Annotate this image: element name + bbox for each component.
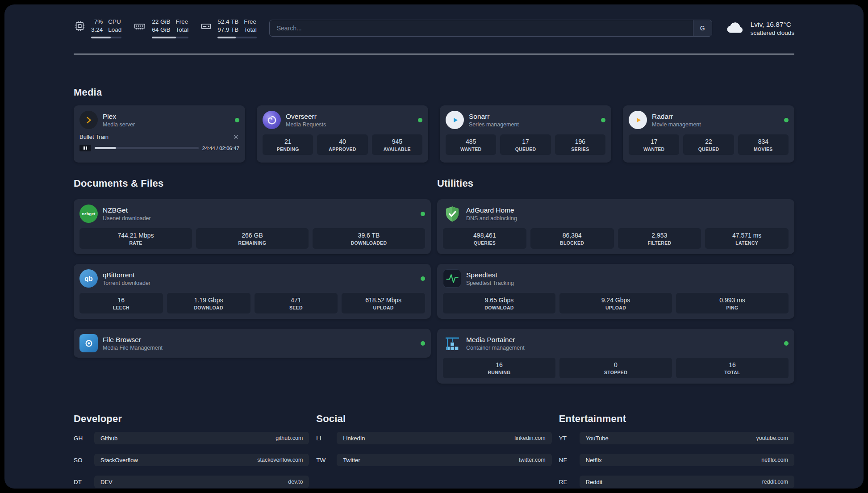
stat-value: 1.19 Gbps: [169, 297, 249, 304]
app-title: Speedtest: [466, 271, 514, 279]
stat-tile: 16 LEECH: [79, 293, 163, 313]
playback-progress-bar[interactable]: [95, 147, 199, 149]
stat-value: 945: [374, 138, 421, 145]
app-title: Radarr: [652, 113, 701, 121]
status-dot: [235, 118, 239, 122]
cpu-stat: 7% 3.24 CPU Load: [74, 18, 121, 38]
search-engine-button[interactable]: G: [693, 20, 712, 36]
bookmark-reddit[interactable]: RE Reddit reddit.com: [559, 476, 794, 488]
app-title: qBittorrent: [103, 271, 150, 279]
adguard-icon: [443, 205, 461, 223]
gear-icon[interactable]: [233, 134, 239, 140]
app-description: Torrent downloader: [103, 280, 150, 286]
section-title-utilities: Utilities: [437, 178, 794, 189]
stat-tile: 47.571 ms LATENCY: [705, 228, 789, 249]
bookmark-linkedin[interactable]: LI LinkedIn linkedin.com: [316, 432, 551, 444]
stat-tile: 21 PENDING: [263, 134, 313, 155]
stat-label: QUEUED: [685, 146, 732, 152]
dashboard: 7% 3.24 CPU Load: [4, 4, 864, 489]
bookmark-abbr: DT: [74, 479, 94, 485]
app-card-speedtest[interactable]: Speedtest Speedtest Tracking 9.65 Gbps D…: [437, 264, 794, 319]
stat-tile: 196 SERIES: [555, 134, 605, 155]
stat-label: DOWNLOAD: [169, 305, 249, 310]
app-card-plex[interactable]: Plex Media server Bullet Train: [74, 105, 245, 163]
bookmark-dev[interactable]: DT DEV dev.to: [74, 476, 309, 488]
bookmark-youtube[interactable]: YT YouTube youtube.com: [559, 432, 794, 444]
status-dot: [421, 341, 425, 346]
stat-tile: 9.24 Gbps UPLOAD: [559, 293, 672, 313]
app-card-radarr[interactable]: Radarr Movie management 17 WANTED 22 QUE…: [623, 105, 794, 163]
app-card-adguard[interactable]: AdGuard Home DNS and adblocking 498,461 …: [437, 199, 794, 254]
now-playing-title: Bullet Train: [79, 134, 108, 140]
app-description: Movie management: [652, 121, 701, 128]
app-title: Sonarr: [469, 113, 519, 121]
weather-condition: scattered clouds: [751, 29, 794, 36]
portainer-icon: [443, 334, 461, 352]
qbittorrent-icon: qb: [79, 269, 98, 288]
app-card-filebrowser[interactable]: File Browser Media File Management: [74, 329, 431, 358]
playback-progress-fill: [95, 147, 116, 149]
stat-label: BLOCKED: [532, 240, 612, 246]
stat-tile: 1.19 Gbps DOWNLOAD: [167, 293, 250, 313]
storage-free-value: 52.4 TB: [217, 18, 238, 26]
pause-icon[interactable]: [79, 145, 91, 151]
plex-icon: [79, 111, 98, 129]
bookmark-twitter[interactable]: TW Twitter twitter.com: [316, 454, 551, 466]
bookmark-stackoverflow[interactable]: SO StackOverflow stackoverflow.com: [74, 454, 309, 466]
app-card-nzbget[interactable]: nzbget NZBGet Usenet downloader 744.21 M…: [74, 199, 431, 254]
stat-label: QUERIES: [445, 240, 525, 246]
search-input[interactable]: [270, 20, 693, 36]
section-title-developer: Developer: [74, 413, 309, 425]
stat-value: 485: [447, 138, 494, 145]
stat-tile: 0 STOPPED: [559, 358, 672, 378]
cloud-icon: [725, 19, 745, 38]
stat-tile: 16 RUNNING: [443, 358, 555, 378]
bookmark-domain: stackoverflow.com: [257, 457, 303, 463]
stat-tile: 9.65 Gbps DOWNLOAD: [443, 293, 555, 313]
bookmark-domain: github.com: [275, 435, 303, 441]
stat-value: 498,461: [445, 232, 525, 239]
stat-value: 834: [740, 138, 787, 145]
cpu-icon: [74, 20, 86, 32]
app-title: Media Portainer: [466, 336, 525, 344]
stat-value: 744.21 Mbps: [81, 232, 190, 239]
bookmark-abbr: GH: [74, 435, 94, 442]
stat-label: UPLOAD: [561, 305, 670, 310]
app-card-sonarr[interactable]: Sonarr Series management 485 WANTED 17 Q…: [440, 105, 611, 163]
stat-label: APPROVED: [319, 146, 366, 152]
speedtest-icon: [443, 269, 461, 288]
stat-value: 266 GB: [198, 232, 307, 239]
stat-label: LATENCY: [707, 240, 787, 246]
bookmark-github[interactable]: GH Github github.com: [74, 432, 309, 444]
section-title-social: Social: [316, 413, 551, 425]
bookmark-netflix[interactable]: NF Netflix netflix.com: [559, 454, 794, 466]
stat-value: 0.993 ms: [678, 297, 787, 304]
nzbget-icon: nzbget: [79, 205, 98, 223]
app-card-qbittorrent[interactable]: qb qBittorrent Torrent downloader 16 LEE…: [74, 264, 431, 319]
bookmark-name: LinkedIn: [343, 435, 365, 442]
app-title: NZBGet: [103, 206, 151, 214]
stat-value: 16: [678, 361, 787, 368]
app-card-overseerr[interactable]: Overseerr Media Requests 21 PENDING 40 A…: [257, 105, 428, 163]
bookmark-abbr: TW: [316, 457, 337, 464]
bookmark-abbr: RE: [559, 479, 580, 485]
cpu-load-label: Load: [108, 26, 121, 34]
bookmark-domain: linkedin.com: [514, 435, 545, 441]
status-dot: [421, 276, 425, 281]
app-title: File Browser: [103, 336, 163, 344]
app-description: Speedtest Tracking: [466, 280, 514, 286]
bookmarks-entertainment: Entertainment YT YouTube youtube.com NF …: [559, 413, 794, 489]
stat-tile: 618.52 Mbps UPLOAD: [342, 293, 425, 313]
bookmark-abbr: LI: [316, 435, 337, 442]
bookmark-abbr: YT: [559, 435, 580, 442]
stat-label: DOWNLOAD: [445, 305, 554, 310]
stat-label: LEECH: [81, 305, 161, 310]
stat-label: MOVIES: [740, 146, 787, 152]
stat-value: 16: [445, 361, 554, 368]
storage-total-label: Total: [244, 26, 257, 34]
memory-free-value: 22 GiB: [152, 18, 170, 26]
stat-label: WANTED: [630, 146, 677, 152]
bookmark-abbr: NF: [559, 457, 580, 464]
section-title-entertainment: Entertainment: [559, 413, 794, 425]
app-card-portainer[interactable]: Media Portainer Container management 16 …: [437, 329, 794, 384]
